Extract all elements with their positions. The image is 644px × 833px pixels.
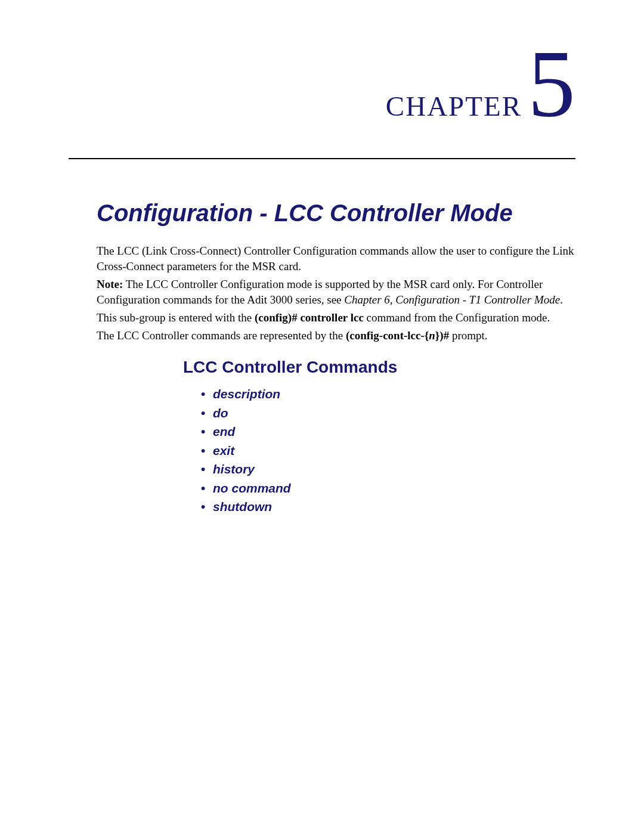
page-title: Configuration - LCC Controller Mode bbox=[97, 200, 513, 227]
note-end: . bbox=[560, 293, 563, 306]
list-item: history bbox=[201, 460, 291, 479]
p4-prompt-1: (config-cont-lcc-{ bbox=[346, 329, 429, 342]
command-list: description do end exit history no comma… bbox=[201, 385, 291, 516]
chapter-number: 5 bbox=[528, 36, 575, 131]
note-label: Note: bbox=[97, 278, 123, 290]
chapter-label: CHAPTER bbox=[386, 90, 522, 122]
p4-prompt-n: n bbox=[429, 329, 435, 342]
chapter-reference: Chapter 6, Configuration - T1 Controller… bbox=[344, 293, 560, 306]
paragraph-note: Note: The LCC Controller Configuration m… bbox=[97, 277, 575, 307]
horizontal-rule bbox=[69, 158, 575, 159]
paragraph-subgroup: This sub-group is entered with the (conf… bbox=[97, 310, 575, 326]
p4-post: prompt. bbox=[449, 329, 487, 342]
list-item: exit bbox=[201, 441, 291, 460]
list-item: no command bbox=[201, 479, 291, 498]
section-heading: LCC Controller Commands bbox=[183, 358, 397, 377]
paragraph-prompt: The LCC Controller commands are represen… bbox=[97, 328, 575, 343]
list-item: description bbox=[201, 385, 291, 404]
p4-pre: The LCC Controller commands are represen… bbox=[97, 329, 346, 342]
list-item: end bbox=[201, 422, 291, 441]
chapter-header: CHAPTER 5 bbox=[386, 36, 575, 131]
p3-command: (config)# controller lcc bbox=[255, 311, 364, 324]
list-item: shutdown bbox=[201, 497, 291, 516]
paragraph-intro: The LCC (Link Cross-Connect) Controller … bbox=[97, 243, 575, 274]
p3-pre: This sub-group is entered with the bbox=[97, 311, 255, 324]
list-item: do bbox=[201, 404, 291, 423]
p4-prompt-2: })# bbox=[435, 329, 449, 342]
p3-post: command from the Configuration mode. bbox=[364, 311, 550, 324]
